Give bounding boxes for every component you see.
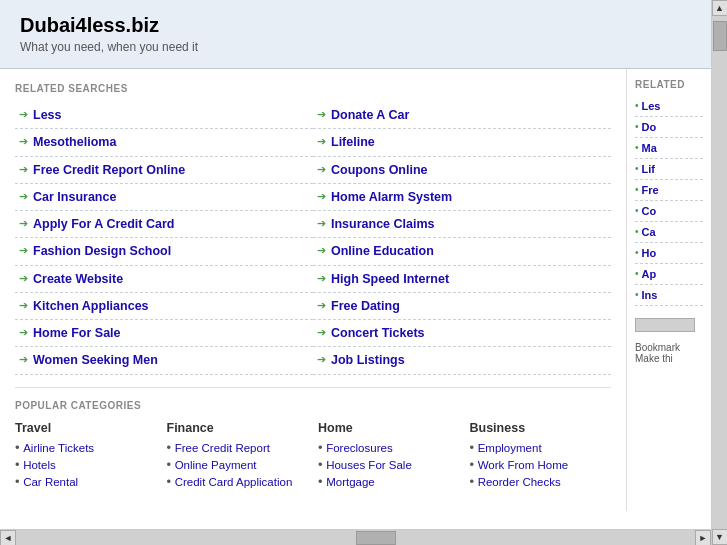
search-right-col: ➔ Donate A Car ➔ Lifeline ➔ Coupons Onli…	[313, 102, 611, 375]
category-home: Home Foreclosures Houses For Sale Mortga…	[318, 421, 460, 491]
site-title: Dubai4less.biz	[20, 14, 691, 37]
search-link[interactable]: Car Insurance	[33, 189, 116, 205]
arrow-icon: ➔	[317, 326, 326, 339]
list-item: • Les	[635, 96, 703, 117]
search-link[interactable]: Apply For A Credit Card	[33, 216, 174, 232]
popular-categories-label: POPULAR CATEGORIES	[15, 400, 611, 411]
category-link[interactable]: Foreclosures	[326, 442, 392, 454]
search-link[interactable]: High Speed Internet	[331, 271, 449, 287]
list-item: ➔ Mesothelioma	[15, 129, 313, 156]
search-link[interactable]: Kitchen Appliances	[33, 298, 149, 314]
scroll-track[interactable]	[712, 16, 728, 527]
list-item: ➔ Free Dating	[313, 293, 611, 320]
arrow-icon: ➔	[317, 108, 326, 121]
arrow-icon: ➔	[317, 190, 326, 203]
sidebar-link[interactable]: Co	[642, 205, 657, 217]
list-item: ➔ High Speed Internet	[313, 266, 611, 293]
arrow-icon: ➔	[317, 272, 326, 285]
arrow-icon: ➔	[19, 299, 28, 312]
sidebar-link[interactable]: Ho	[642, 247, 657, 259]
list-item: ➔ Create Website	[15, 266, 313, 293]
category-link[interactable]: Employment	[478, 442, 542, 454]
bookmark-line2: Make thi	[635, 353, 703, 364]
category-link[interactable]: Houses For Sale	[326, 459, 412, 471]
arrow-icon: ➔	[317, 244, 326, 257]
category-link[interactable]: Online Payment	[175, 459, 257, 471]
arrow-icon: •	[635, 184, 639, 195]
list-item: Credit Card Application	[167, 474, 309, 489]
list-item: • Lif	[635, 159, 703, 180]
sidebar-link[interactable]: Ma	[642, 142, 657, 154]
vertical-scrollbar[interactable]: ▲ ▼	[711, 0, 727, 527]
category-link[interactable]: Hotels	[23, 459, 56, 471]
search-link[interactable]: Online Education	[331, 243, 434, 259]
arrow-icon: ➔	[317, 135, 326, 148]
search-link[interactable]: Women Seeking Men	[33, 352, 158, 368]
list-item: ➔ Coupons Online	[313, 157, 611, 184]
search-link[interactable]: Concert Tickets	[331, 325, 425, 341]
arrow-icon: •	[635, 268, 639, 279]
sidebar-link[interactable]: Fre	[642, 184, 659, 196]
sidebar-link[interactable]: Ins	[642, 289, 658, 301]
arrow-icon: ➔	[19, 272, 28, 285]
list-item: Work From Home	[470, 457, 612, 472]
list-item: Reorder Checks	[470, 474, 612, 489]
list-item: ➔ Donate A Car	[313, 102, 611, 129]
search-link[interactable]: Lifeline	[331, 134, 375, 150]
arrow-icon: ➔	[19, 326, 28, 339]
list-item: ➔ Online Education	[313, 238, 611, 265]
category-link[interactable]: Credit Card Application	[175, 476, 293, 488]
search-link[interactable]: Home For Sale	[33, 325, 121, 341]
list-item: • Fre	[635, 180, 703, 201]
main-content: RELATED SEARCHES ➔ Less ➔ Mesothelioma ➔…	[0, 69, 626, 511]
sidebar-link[interactable]: Les	[642, 100, 661, 112]
arrow-icon: ➔	[19, 353, 28, 366]
search-link[interactable]: Create Website	[33, 271, 123, 287]
category-link[interactable]: Free Credit Report	[175, 442, 270, 454]
category-finance: Finance Free Credit Report Online Paymen…	[167, 421, 309, 491]
search-link[interactable]: Job Listings	[331, 352, 405, 368]
sidebar-link[interactable]: Ca	[642, 226, 656, 238]
sidebar-link[interactable]: Lif	[642, 163, 655, 175]
category-link[interactable]: Airline Tickets	[23, 442, 94, 454]
category-link[interactable]: Reorder Checks	[478, 476, 561, 488]
list-item: ➔ Concert Tickets	[313, 320, 611, 347]
sidebar-link[interactable]: Do	[642, 121, 657, 133]
arrow-icon: ➔	[19, 244, 28, 257]
list-item: ➔ Lifeline	[313, 129, 611, 156]
scrollbar-thumb[interactable]	[635, 318, 695, 332]
search-link[interactable]: Less	[33, 107, 62, 123]
list-item: Online Payment	[167, 457, 309, 472]
list-item: • Ca	[635, 222, 703, 243]
list-item: ➔ Less	[15, 102, 313, 129]
list-item: ➔ Kitchen Appliances	[15, 293, 313, 320]
search-link[interactable]: Home Alarm System	[331, 189, 452, 205]
arrow-icon: •	[635, 247, 639, 258]
list-item: ➔ Insurance Claims	[313, 211, 611, 238]
search-link[interactable]: Fashion Design School	[33, 243, 171, 259]
arrow-icon: •	[635, 100, 639, 111]
list-item: Employment	[470, 440, 612, 455]
categories-grid: Travel Airline Tickets Hotels Car Rental…	[15, 421, 611, 501]
scroll-thumb[interactable]	[713, 21, 727, 51]
category-link[interactable]: Mortgage	[326, 476, 375, 488]
search-link[interactable]: Free Dating	[331, 298, 400, 314]
bookmark-section: Bookmark Make thi	[635, 342, 703, 364]
list-item: ➔ Fashion Design School	[15, 238, 313, 265]
list-item: ➔ Car Insurance	[15, 184, 313, 211]
arrow-icon: •	[635, 121, 639, 132]
category-link[interactable]: Car Rental	[23, 476, 78, 488]
category-link[interactable]: Work From Home	[478, 459, 569, 471]
related-searches-label: RELATED SEARCHES	[15, 83, 611, 94]
search-link[interactable]: Donate A Car	[331, 107, 409, 123]
search-link[interactable]: Insurance Claims	[331, 216, 435, 232]
sidebar-link[interactable]: Ap	[642, 268, 657, 280]
search-link[interactable]: Mesothelioma	[33, 134, 116, 150]
scroll-up-button[interactable]: ▲	[712, 0, 728, 16]
arrow-icon: ➔	[317, 299, 326, 312]
search-link[interactable]: Coupons Online	[331, 162, 428, 178]
category-travel: Travel Airline Tickets Hotels Car Rental	[15, 421, 157, 491]
category-title: Business	[470, 421, 612, 435]
search-link[interactable]: Free Credit Report Online	[33, 162, 185, 178]
site-subtitle: What you need, when you need it	[20, 40, 691, 54]
